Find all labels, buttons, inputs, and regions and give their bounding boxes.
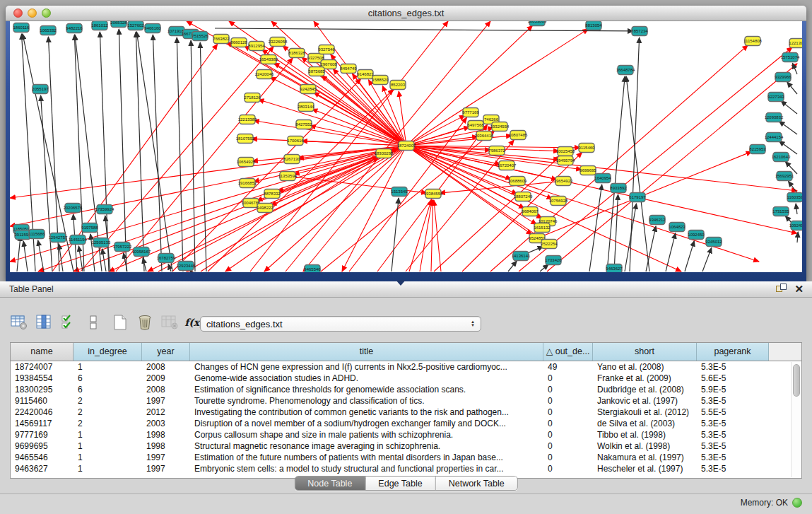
graph-edge[interactable] [787, 82, 797, 94]
graph-node[interactable]: 19324554 [490, 122, 510, 132]
graph-node[interactable]: 11353594 [278, 172, 298, 181]
graph-node[interactable]: 18724007 [397, 141, 416, 151]
graph-edge[interactable] [685, 241, 694, 271]
graph-node[interactable]: 16210643 [772, 153, 791, 162]
column-header-short[interactable]: short [593, 343, 697, 361]
graph-edge[interactable] [153, 35, 162, 271]
graph-node[interactable]: 12923446 [177, 262, 196, 271]
tab-node-table[interactable]: Node Table [295, 477, 365, 490]
graph-node[interactable]: 8878332 [264, 189, 281, 199]
graph-edge[interactable] [406, 140, 514, 271]
graph-node[interactable]: 15692951 [775, 172, 794, 181]
graph-edge[interactable] [792, 63, 797, 74]
column-header-name[interactable]: name [11, 343, 73, 361]
graph-node[interactable]: 2718126 [244, 93, 261, 103]
graph-node[interactable]: 2055197 [32, 85, 49, 94]
graph-node[interactable]: 10807485 [509, 131, 528, 140]
graph-edge[interactable] [177, 37, 183, 271]
graph-node[interactable]: 10688609 [508, 177, 527, 186]
graph-node[interactable]: 9227343 [767, 93, 784, 102]
graph-node[interactable]: 23226058 [269, 37, 288, 47]
graph-node[interactable]: 17957222 [113, 243, 132, 252]
network-canvas[interactable]: 1872400718300295193845542242004627181261… [10, 21, 802, 272]
graph-edge[interactable] [264, 146, 406, 271]
graph-edge[interactable] [796, 204, 797, 214]
table-row[interactable]: 946362711997Embryonic stem cells: a mode… [11, 463, 801, 474]
graph-node[interactable]: 9245012 [705, 238, 722, 247]
graph-node[interactable]: 5875685 [308, 67, 325, 76]
graph-node[interactable]: 9465546 [304, 265, 321, 273]
graph-node[interactable]: 16720407 [498, 161, 517, 170]
graph-node[interactable]: 9329966 [775, 73, 792, 82]
graph-node[interactable]: 16782759 [157, 254, 176, 263]
select-rows-icon[interactable] [59, 314, 78, 331]
graph-edge[interactable] [589, 185, 602, 271]
graph-edge[interactable] [270, 77, 406, 146]
graph-node[interactable]: 8813054 [585, 21, 602, 30]
graph-node[interactable]: 10654925 [237, 158, 256, 167]
column-header-year[interactable]: year [142, 343, 190, 361]
graph-edge[interactable] [406, 146, 797, 191]
graph-edge[interactable] [41, 95, 52, 271]
graph-node[interactable]: 1115686 [29, 230, 45, 239]
tab-network-table[interactable]: Network Table [436, 477, 517, 490]
graph-edge[interactable] [420, 200, 432, 271]
create-column-icon[interactable] [111, 314, 129, 331]
graph-node[interactable]: 12942757 [49, 233, 68, 243]
graph-node[interactable]: 14136141 [512, 252, 531, 261]
graph-node[interactable]: 19654923 [554, 177, 573, 186]
graph-edge[interactable] [10, 146, 406, 226]
graph-node[interactable]: 15751074 [781, 53, 800, 62]
column-header-pagerank[interactable]: pagerank [697, 343, 769, 361]
table-row[interactable]: 1830029562008Estimation of significance … [11, 384, 801, 395]
table-row[interactable]: 946554611997Estimation of the future num… [11, 452, 801, 463]
graph-edge[interactable] [797, 232, 798, 243]
graph-node[interactable]: 8660128 [230, 38, 247, 47]
graph-node[interactable]: 2065328 [110, 21, 127, 28]
graph-node[interactable]: 1860116 [13, 23, 30, 33]
graph-node[interactable]: 19384554 [424, 189, 443, 199]
graph-node[interactable]: 16543382 [259, 55, 278, 64]
graph-node[interactable]: 2803144 [298, 103, 314, 112]
graph-node[interactable]: 9466160 [144, 24, 161, 33]
graph-edge[interactable] [540, 264, 548, 271]
table-row[interactable]: 1938455462009Genome-wide association stu… [11, 373, 801, 384]
graph-node[interactable]: 18300295 [375, 149, 394, 158]
scrollbar-thumb[interactable] [793, 364, 800, 397]
graph-node[interactable]: 9115460 [579, 144, 596, 153]
table-row[interactable]: 977716911998Corpus callosum shape and si… [11, 429, 801, 440]
graph-edge[interactable] [38, 240, 44, 271]
graph-node[interactable]: 20364416 [475, 132, 494, 141]
graph-edge[interactable] [215, 28, 633, 31]
graph-node[interactable]: 1092450 [688, 230, 705, 240]
graph-node[interactable]: 1588520 [372, 76, 389, 85]
graph-edge[interactable] [788, 181, 797, 193]
graph-node[interactable]: 8454749 [340, 64, 357, 74]
graph-node[interactable]: 1615132 [534, 223, 551, 233]
float-panel-icon[interactable] [776, 284, 787, 295]
table-row[interactable]: 911546021997Tourette syndrome. Phenomeno… [11, 395, 801, 407]
graph-node[interactable]: 7857234 [631, 27, 648, 36]
graph-edge[interactable] [646, 226, 656, 271]
network-graph[interactable]: 1872400718300295193845542242004627181261… [10, 21, 802, 272]
graph-node[interactable]: 10025458 [556, 147, 575, 156]
graph-node[interactable]: 8215953 [749, 145, 766, 154]
graph-edge[interactable] [136, 32, 144, 271]
graph-node[interactable]: 6179197 [629, 193, 646, 202]
graph-node[interactable]: 9346212 [649, 216, 666, 225]
graph-edge[interactable] [116, 58, 293, 271]
graph-node[interactable]: 12213383 [238, 115, 257, 124]
graph-node[interactable]: 12505135 [92, 238, 111, 247]
graph-node[interactable]: 9699695 [579, 166, 596, 175]
graph-node[interactable]: 6497568 [467, 121, 484, 130]
graph-node[interactable]: 16648784 [616, 66, 635, 75]
graph-node[interactable]: 1527602 [127, 21, 144, 30]
graph-node[interactable]: 12444154 [765, 133, 784, 142]
graph-edge[interactable] [625, 204, 636, 271]
window-titlebar[interactable]: citations_edges.txt [6, 6, 806, 21]
graph-node[interactable]: 20206576 [64, 204, 83, 213]
graph-node[interactable]: 18107552 [236, 134, 255, 144]
graph-node[interactable]: 852203 [390, 81, 406, 90]
graph-edge[interactable] [119, 29, 126, 271]
graph-node[interactable]: 17359924 [95, 205, 114, 214]
